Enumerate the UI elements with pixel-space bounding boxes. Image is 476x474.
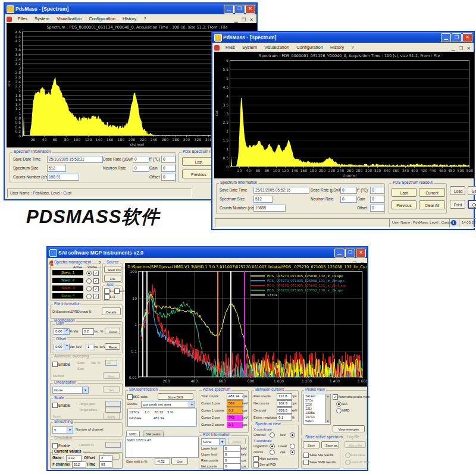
- previous-button[interactable]: Previous: [182, 169, 215, 178]
- peaks-list-scrollbar[interactable]: [325, 394, 330, 423]
- menu-help[interactable]: ?: [140, 14, 149, 23]
- gain-shift-value[interactable]: -4.32: [155, 459, 170, 465]
- save-sia-results-checkbox[interactable]: [303, 453, 309, 458]
- last-button[interactable]: Last: [182, 157, 215, 166]
- cps-radio[interactable]: [290, 450, 295, 455]
- close-button[interactable]: ✕: [245, 5, 255, 14]
- automatic-peaks-checkbox[interactable]: ✓: [333, 394, 338, 400]
- menu-configuration[interactable]: Configuration: [86, 14, 118, 23]
- menu-files[interactable]: Files: [15, 14, 30, 23]
- print-button[interactable]: Print: [450, 200, 465, 209]
- dose-rate-value[interactable]: 0: [133, 156, 149, 163]
- add-1-2-checkbox[interactable]: [104, 288, 109, 294]
- add-1-3-checkbox[interactable]: [104, 294, 109, 300]
- save-button[interactable]: Save: [468, 186, 476, 195]
- multi-spectrum-canvas[interactable]: [125, 263, 367, 387]
- save-date-value[interactable]: 25/10/2005 15:58:31: [47, 156, 103, 163]
- close-button[interactable]: ✕: [462, 33, 472, 42]
- roi-active-button: Active: [228, 438, 246, 444]
- spect-4-active-radio[interactable]: [86, 294, 92, 299]
- temperature-value[interactable]: 0: [161, 156, 176, 163]
- smoothing-dropdown[interactable]: 5: [52, 426, 73, 434]
- save-nmd-results-checkbox[interactable]: [303, 460, 309, 465]
- linearisation-dropdown[interactable]: None: [52, 387, 89, 394]
- maximize-button[interactable]: ❐: [234, 5, 245, 14]
- maximize-button[interactable]: ❐: [452, 33, 462, 42]
- device-mode-dropdown[interactable]: cps peak net area: [141, 401, 195, 408]
- gain-inc-value[interactable]: 0.2: [82, 328, 94, 335]
- real-time-button[interactable]: Real time: [104, 266, 121, 273]
- neutron-rate-value[interactable]: 0: [133, 165, 149, 172]
- offset-value[interactable]: 0: [161, 174, 176, 181]
- save-as-button[interactable]: Save as...: [321, 441, 339, 448]
- gain-value[interactable]: 0: [161, 165, 176, 172]
- scale-enable-checkbox[interactable]: [52, 403, 58, 408]
- window-titlebar[interactable]: PdsMass - [Spectrum] ▁ ❐ ✕: [212, 32, 474, 43]
- nmd-radio[interactable]: [336, 408, 342, 413]
- peaks-list-item[interactable]: 58Co: [304, 423, 330, 425]
- neutron-rate-value[interactable]: 0: [340, 196, 357, 203]
- kev-radio[interactable]: [290, 432, 295, 438]
- menu-system[interactable]: System: [32, 14, 52, 23]
- save-date-value[interactable]: 25/11/2005 05:52:16: [253, 187, 309, 194]
- hide-cursors-checkbox[interactable]: [253, 456, 259, 462]
- current-button[interactable]: Current: [419, 188, 445, 197]
- previous-button[interactable]: Previous: [392, 200, 416, 209]
- menu-visualization[interactable]: Visualization: [54, 14, 84, 23]
- save-spectrum-button[interactable]: Save: [303, 441, 320, 448]
- channel-radio[interactable]: [270, 432, 275, 438]
- gain-spinner[interactable]: 0.00: [54, 328, 70, 335]
- menu-configuration[interactable]: Configuration: [293, 43, 326, 52]
- minimize-button[interactable]: ▁: [441, 33, 451, 42]
- counts-number-value[interactable]: 198.91: [47, 174, 79, 181]
- counts-number-value[interactable]: 19885: [253, 205, 286, 212]
- offset-value[interactable]: 0: [370, 205, 384, 212]
- offset-spinner[interactable]: 0.00: [54, 344, 70, 350]
- last-button[interactable]: Last: [392, 188, 416, 197]
- spect-2-visible-checkbox[interactable]: ✓: [93, 278, 99, 284]
- close-button[interactable]: ✕: [356, 249, 366, 258]
- menu-files[interactable]: Files: [223, 43, 238, 52]
- minimize-button[interactable]: ▁: [224, 5, 234, 14]
- menu-visualization[interactable]: Visualization: [261, 43, 292, 52]
- maximize-button[interactable]: ❐: [345, 249, 355, 258]
- clear-all-button[interactable]: Clear All: [419, 200, 445, 209]
- linear-radio[interactable]: [290, 444, 295, 449]
- minimize-button[interactable]: ▁: [334, 249, 345, 258]
- spect-3-active-radio[interactable]: [86, 286, 92, 291]
- temperature-value[interactable]: 0: [370, 187, 384, 194]
- gain-reset-button[interactable]: Reset: [105, 328, 120, 334]
- simulation-enable-checkbox[interactable]: [52, 443, 58, 448]
- roi-dropdown[interactable]: None: [201, 438, 226, 445]
- quit-button[interactable]: Quit: [468, 200, 476, 209]
- logarithm-radio[interactable]: [270, 444, 275, 449]
- bkg-subs-checkbox[interactable]: [127, 394, 133, 400]
- load-button[interactable]: Load: [450, 186, 465, 195]
- window-titlebar[interactable]: PdsMass - [Spectrum] ▁ ❐ ✕: [5, 4, 256, 14]
- sweeping-enable-checkbox[interactable]: [52, 362, 58, 367]
- spect-3-visible-checkbox[interactable]: ✓: [93, 286, 99, 291]
- sia-results-list[interactable]: 137Cs 1.0 70.72 3 % Globale 481.34: [127, 409, 197, 426]
- counts-radio[interactable]: [270, 450, 275, 455]
- menu-history[interactable]: History: [327, 43, 347, 52]
- window-titlebar[interactable]: SAI software MGP Instruments v2.0 ▁ ❐ ✕: [48, 247, 367, 258]
- menu-help[interactable]: ?: [348, 43, 356, 52]
- dose-rate-value[interactable]: 0: [340, 187, 357, 194]
- view-energies-button[interactable]: View energies: [333, 425, 365, 432]
- use-button[interactable]: Use: [171, 457, 188, 464]
- offset-reset-button[interactable]: Reset: [105, 343, 120, 350]
- spect-1-active-radio[interactable]: [86, 271, 92, 276]
- spect-2-active-radio[interactable]: [86, 278, 92, 284]
- menu-history[interactable]: History: [120, 14, 139, 23]
- details-button[interactable]: Details: [102, 307, 121, 315]
- see-all-roi-checkbox[interactable]: [253, 462, 259, 467]
- spect-4-visible-checkbox[interactable]: ✓: [93, 294, 99, 299]
- file-button[interactable]: File: [104, 275, 121, 282]
- spectrum-size-value[interactable]: 512: [253, 196, 273, 203]
- sia-radio[interactable]: [336, 401, 342, 407]
- spectrum-size-value[interactable]: 512: [47, 165, 66, 172]
- gain-value[interactable]: 0: [370, 196, 384, 203]
- menu-system[interactable]: System: [239, 43, 260, 52]
- store-bkg-button[interactable]: Store BKG: [158, 393, 193, 400]
- spect-1-visible-checkbox[interactable]: ✓: [93, 271, 99, 276]
